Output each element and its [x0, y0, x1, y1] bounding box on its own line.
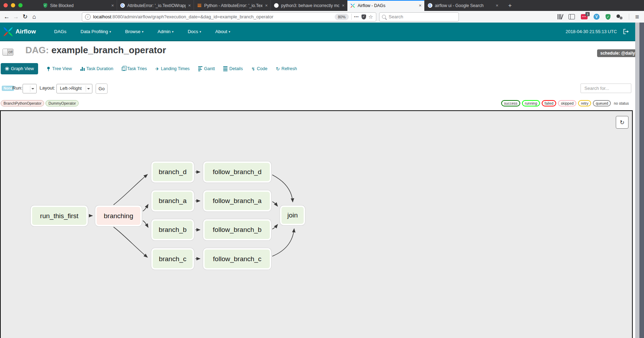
task-search-input[interactable]	[584, 85, 628, 91]
dag-graph-canvas[interactable]: run_this_first branching branch_d follow…	[0, 110, 633, 338]
chevron-down-icon: ▾	[229, 30, 230, 33]
nav-item-about[interactable]: About▾	[215, 29, 230, 34]
schedule-badge: schedule: @daily	[597, 49, 638, 57]
view-tabs: Graph View Tree View Task Duration Task …	[1, 63, 297, 75]
bar-chart-icon	[80, 67, 85, 71]
tab-site-blocked[interactable]: ✓ Site Blocked ×	[40, 0, 117, 11]
tab-python-attributeerror[interactable]: Python - AttributeError: '_io.Tex ×	[194, 0, 271, 11]
page-actions-icon[interactable]: •••	[354, 15, 359, 19]
utc-clock: 2018-04-30 21:55:13 UTC	[566, 29, 617, 34]
dag-node-branch_c[interactable]: branch_c	[151, 248, 194, 270]
extension-v-icon[interactable]: V	[594, 14, 600, 20]
minimize-window-button[interactable]	[11, 3, 15, 7]
new-tab-button[interactable]: +	[505, 0, 515, 11]
adblock-icon[interactable]: •••1	[581, 14, 588, 19]
close-icon[interactable]: ×	[419, 3, 421, 8]
graph-refresh-button[interactable]: ↻	[616, 116, 628, 129]
dag-node-branch_d[interactable]: branch_d	[151, 161, 194, 183]
close-window-button[interactable]	[4, 3, 8, 7]
page-title: DAG: example_branch_operator	[25, 45, 166, 56]
dag-pause-toggle[interactable]: Off	[2, 49, 13, 56]
layout-select-value: Left->Right	[60, 86, 82, 91]
airflow-brand[interactable]: Airflow	[3, 26, 36, 37]
nav-item-data-profiling[interactable]: Data Profiling▾	[80, 29, 111, 34]
dag-node-branching[interactable]: branching	[95, 205, 142, 226]
dag-node-branch_a[interactable]: branch_a	[151, 190, 194, 211]
tab-tree-view[interactable]: Tree View	[47, 66, 72, 71]
close-icon[interactable]: ×	[111, 3, 114, 8]
tab-gantt[interactable]: Gantt	[198, 66, 215, 71]
menu-hamburger-icon[interactable]: ≡	[635, 13, 639, 21]
back-icon[interactable]: ←	[2, 13, 11, 20]
tab-graph-view[interactable]: Graph View	[1, 63, 38, 74]
github-icon	[274, 3, 279, 8]
dag-node-run_this_first[interactable]: run_this_first	[31, 205, 88, 226]
sidebar-icon[interactable]	[569, 14, 575, 19]
close-icon[interactable]: ×	[265, 3, 268, 8]
url-bar[interactable]: i localhost:8080/admin/airflow/graph?exe…	[82, 12, 376, 21]
edge	[272, 175, 293, 202]
home-icon[interactable]: ⌂	[30, 13, 39, 20]
nav-item-admin[interactable]: Admin▾	[158, 29, 174, 34]
status-badge-success: success	[501, 100, 520, 106]
logout-icon[interactable]	[623, 29, 629, 34]
layout-select[interactable]: Left->Right	[56, 84, 92, 93]
run-select[interactable]	[23, 84, 37, 93]
close-icon[interactable]: ×	[496, 3, 498, 8]
align-left-icon	[198, 66, 202, 71]
list-icon	[223, 66, 227, 72]
reload-icon[interactable]: ↻	[20, 13, 30, 20]
dag-node-follow_branch_b[interactable]: follow_branch_b	[203, 219, 271, 240]
cookies-icon[interactable]	[616, 14, 623, 19]
search-icon	[382, 15, 386, 19]
tab-refresh[interactable]: ↻ Refresh	[276, 66, 297, 71]
status-badge-running: running	[522, 100, 540, 106]
dag-node-follow_branch_a[interactable]: follow_branch_a	[203, 190, 271, 211]
tab-details[interactable]: Details	[223, 66, 243, 72]
scrollbar-track[interactable]	[635, 23, 639, 338]
divider	[629, 14, 629, 20]
view-tab-label: Tree View	[52, 66, 72, 71]
privacy-shield-icon[interactable]: ✓	[606, 14, 610, 20]
dag-node-join[interactable]: join	[280, 205, 305, 225]
status-label-no-status: no status	[613, 101, 629, 105]
dag-node-follow_branch_d[interactable]: follow_branch_d	[203, 161, 271, 183]
tab-attributeerror[interactable]: G AttributeError: '_io.TextIOWrapp ×	[117, 0, 194, 11]
library-icon[interactable]	[558, 14, 563, 19]
bookmark-star-icon[interactable]: ☆	[369, 14, 373, 20]
site-info-icon[interactable]: i	[85, 14, 91, 20]
maximize-window-button[interactable]	[18, 3, 23, 7]
chevron-down-icon: ▾	[109, 30, 111, 33]
close-icon[interactable]: ×	[342, 3, 345, 8]
pocket-shield-icon[interactable]: ✓	[362, 14, 366, 19]
dag-node-follow_branch_c[interactable]: follow_branch_c	[203, 248, 271, 270]
tab-airflow-dags[interactable]: Airflow - DAGs ×	[347, 0, 424, 11]
zoom-level-badge[interactable]: 80%	[335, 14, 349, 20]
dag-node-branch_b[interactable]: branch_b	[151, 219, 194, 240]
shield-icon: ✓	[43, 3, 48, 8]
browser-search-box[interactable]	[379, 12, 459, 21]
tab-title: Airflow - DAGs	[358, 3, 416, 8]
tab-title: python3: behave incorrectly mo	[281, 3, 339, 8]
close-icon[interactable]: ×	[188, 3, 191, 8]
go-button[interactable]: Go	[96, 84, 108, 94]
tab-landing-times[interactable]: ✈ Landing Times	[155, 66, 189, 71]
tab-code[interactable]: ↯ Code	[251, 66, 267, 71]
nav-item-browse[interactable]: Browse▾	[125, 29, 144, 34]
forward-icon[interactable]: →	[11, 13, 20, 20]
status-badge-queued: queued	[593, 100, 611, 106]
tab-airflow-ui-search[interactable]: G airflow ui - Google Search ×	[424, 0, 501, 11]
browser-search-input[interactable]	[388, 14, 456, 20]
dag-prefix: DAG:	[25, 45, 49, 55]
scrollbar[interactable]	[639, 23, 644, 338]
tab-title: airflow ui - Google Search	[435, 3, 493, 8]
divider	[351, 14, 352, 20]
tab-task-duration[interactable]: Task Duration	[80, 66, 113, 71]
task-search-box[interactable]	[581, 84, 631, 93]
nav-item-docs[interactable]: Docs▾	[188, 29, 201, 34]
tab-python3-behave[interactable]: python3: behave incorrectly mo ×	[271, 0, 347, 11]
nav-item-dags[interactable]: DAGs	[54, 29, 67, 34]
url-text: localhost:8080/admin/airflow/graph?execu…	[93, 14, 332, 19]
edge	[272, 202, 278, 206]
tab-task-tries[interactable]: Task Tries	[122, 66, 147, 71]
